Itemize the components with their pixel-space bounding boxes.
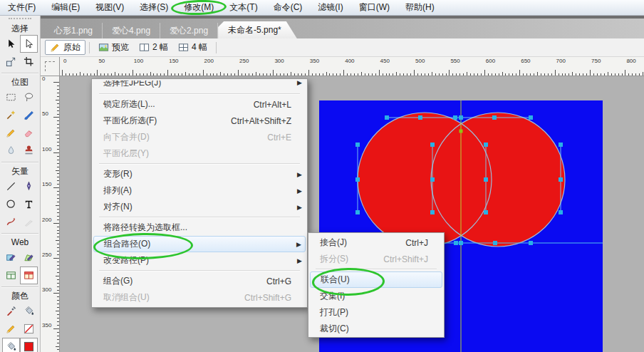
selection-handle[interactable]: [355, 210, 360, 214]
horizontal-ruler[interactable]: 0501001502002503003504004505005506006507…: [60, 57, 644, 76]
menu-item[interactable]: 交集(I): [310, 288, 442, 304]
selection-handle[interactable]: [484, 143, 488, 147]
selection-handle[interactable]: [529, 115, 533, 120]
menu-item[interactable]: 排列(A)▶: [93, 182, 306, 199]
selection-handle[interactable]: [459, 241, 463, 245]
menu-item[interactable]: 拆分(S)Ctrl+Shift+J: [310, 251, 442, 267]
subselection-tool[interactable]: [20, 35, 38, 53]
crop-tool[interactable]: [20, 53, 38, 71]
selection-handle[interactable]: [430, 210, 435, 214]
rectangle-hotspot-tool[interactable]: [2, 249, 20, 266]
menu-item[interactable]: 打孔(P): [310, 304, 442, 321]
menu-item[interactable]: 组合路径(O)▶: [93, 236, 306, 252]
rubber-stamp-tool[interactable]: [20, 142, 38, 160]
ruler-tick: [57, 349, 59, 350]
selection-handle[interactable]: [430, 143, 435, 147]
pencil-tool[interactable]: [2, 124, 20, 142]
menubar-item[interactable]: 帮助(H): [398, 0, 442, 15]
vertical-ruler[interactable]: 050100150200250300350: [41, 76, 60, 352]
selection-handle[interactable]: [484, 210, 488, 214]
menu-item[interactable]: 改变路径(P)▶: [93, 252, 306, 269]
text-tool[interactable]: [20, 195, 38, 213]
selection-handle[interactable]: [430, 177, 435, 182]
menu-item[interactable]: 平面化层(Y): [93, 145, 306, 162]
menubar-item[interactable]: 编辑(E): [43, 0, 88, 15]
selection-handle[interactable]: [453, 115, 457, 120]
menu-item[interactable]: 变形(R)▶: [93, 166, 306, 182]
red-circle[interactable]: [431, 113, 565, 247]
selection-handle[interactable]: [484, 177, 488, 182]
document-tab[interactable]: 爱心2.png: [160, 23, 218, 38]
selection-handle[interactable]: [454, 241, 458, 245]
viewmode-button[interactable]: 原始: [45, 40, 85, 55]
line-tool[interactable]: [2, 177, 20, 195]
pointer-tool[interactable]: [2, 35, 20, 53]
blur-tool[interactable]: [2, 142, 20, 160]
selection-handle[interactable]: [559, 210, 563, 214]
menubar-item[interactable]: 视图(V): [88, 0, 132, 15]
selection-handle[interactable]: [355, 177, 360, 182]
selection-handle[interactable]: [559, 177, 563, 182]
document-tab[interactable]: 未命名-5.png*: [218, 21, 297, 38]
menu-item[interactable]: 向下合并(D)Ctrl+E: [93, 129, 306, 145]
stroke-color-well[interactable]: [20, 320, 38, 338]
ruler-tick: [192, 73, 193, 76]
menubar-item[interactable]: 修改(M): [176, 0, 222, 15]
ruler-origin-corner[interactable]: [41, 57, 60, 76]
ruler-tick: [372, 73, 373, 76]
ruler-tick: [421, 73, 422, 76]
menu-item[interactable]: 将路径转换为选取框...: [93, 219, 306, 236]
selection-handle[interactable]: [418, 115, 422, 120]
menubar-item[interactable]: 文本(T): [222, 0, 265, 15]
menu-item[interactable]: 选择性JPEG(J)▶: [93, 81, 306, 92]
ellipse-tool[interactable]: [2, 195, 20, 213]
selection-handle[interactable]: [459, 115, 463, 120]
fill-color-well[interactable]: [20, 338, 38, 352]
freeform-tool[interactable]: [2, 213, 20, 231]
menubar-item[interactable]: 文件(F): [0, 0, 43, 15]
fill-color-bucket[interactable]: [2, 338, 20, 352]
eyedropper-tool[interactable]: [2, 302, 20, 320]
menubar-item[interactable]: 滤镜(I): [310, 0, 350, 15]
lasso-tool[interactable]: [20, 88, 38, 106]
menu-item[interactable]: 组合(G)Ctrl+G: [93, 273, 306, 289]
ruler-tick: [83, 73, 84, 76]
slice-tool[interactable]: [2, 266, 20, 284]
menu-item[interactable]: 平面化所选(F)Ctrl+Alt+Shift+Z: [93, 113, 306, 129]
selection-handle[interactable]: [493, 241, 497, 245]
path-anchor-point[interactable]: [459, 130, 463, 133]
polygon-hotspot-tool[interactable]: [20, 249, 38, 266]
viewmode-button[interactable]: 预览: [93, 40, 134, 55]
menubar-item[interactable]: 窗口(W): [351, 0, 398, 15]
selection-handle[interactable]: [355, 143, 360, 147]
panel-drag-handle[interactable]: [9, 18, 31, 22]
pen-tool[interactable]: [20, 177, 38, 195]
document-tab[interactable]: 爱心4.png: [103, 23, 160, 38]
viewmode-button[interactable]: 4 幅: [173, 40, 212, 55]
ruler-tick: [622, 73, 623, 76]
menu-item[interactable]: 对齐(N)▶: [93, 199, 306, 215]
marquee-tool[interactable]: [2, 88, 20, 106]
selection-handle[interactable]: [385, 115, 389, 120]
menu-item[interactable]: 联合(U): [310, 271, 442, 288]
paint-bucket-tool[interactable]: [20, 302, 38, 320]
viewmode-button[interactable]: 2 幅: [134, 40, 173, 55]
selection-handle[interactable]: [492, 115, 497, 120]
menu-item[interactable]: 接合(J)Ctrl+J: [310, 234, 442, 251]
menubar-item[interactable]: 命令(C): [266, 0, 311, 15]
scale-tool[interactable]: [2, 53, 20, 71]
menu-item-label: 对齐(N): [103, 201, 133, 213]
selection-handle[interactable]: [529, 241, 533, 245]
menu-item[interactable]: 裁切(C): [310, 321, 442, 337]
magic-wand-tool[interactable]: [2, 106, 20, 124]
menu-item[interactable]: 锁定所选(L)...Ctrl+Alt+L: [93, 96, 306, 113]
selection-handle[interactable]: [559, 143, 563, 147]
menu-item[interactable]: 取消组合(U)Ctrl+Shift+G: [93, 289, 306, 306]
brush-tool[interactable]: [20, 106, 38, 124]
document-tab[interactable]: 心形1.png: [45, 23, 103, 38]
stroke-color-pencil[interactable]: [2, 320, 20, 338]
knife-tool[interactable]: [20, 213, 38, 231]
eraser-tool[interactable]: [20, 124, 38, 142]
show-slices-tool[interactable]: [20, 266, 38, 284]
menubar-item[interactable]: 选择(S): [132, 0, 176, 15]
